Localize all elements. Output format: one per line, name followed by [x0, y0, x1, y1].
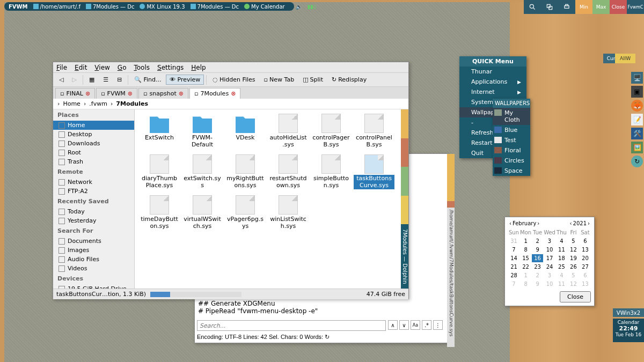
sidebar-item[interactable]: Yesterday — [53, 216, 134, 225]
cal-day[interactable]: 14 — [508, 254, 519, 262]
cal-day[interactable]: 11 — [556, 280, 567, 288]
file-item[interactable]: ExtSwitch — [138, 113, 181, 153]
tray-image-icon[interactable]: 🖼️ — [631, 142, 643, 153]
cal-day[interactable]: 31 — [508, 237, 519, 245]
fm-tab[interactable]: ▫ FINAL ⊗ — [55, 88, 95, 99]
sidebar-item[interactable]: Audio Files — [53, 255, 134, 264]
menu-go[interactable]: Go — [118, 64, 127, 71]
fm-tab[interactable]: ▫ FVWM ⊗ — [96, 88, 137, 99]
file-item[interactable]: VDesk — [224, 113, 267, 153]
cal-day[interactable]: 17 — [544, 254, 555, 262]
cal-close-button[interactable]: Close — [560, 291, 591, 302]
tray-tools-icon[interactable]: 🛠️ — [631, 128, 643, 139]
cal-day[interactable]: 9 — [532, 280, 543, 288]
submenu-item[interactable]: Blue — [493, 125, 530, 135]
cal-day[interactable]: 7 — [508, 246, 519, 254]
sidebar-item[interactable]: FTP:A2 — [53, 187, 134, 196]
tree-view-button[interactable]: ⊟ — [113, 75, 126, 85]
sidebar-item[interactable]: Network — [53, 178, 134, 187]
find-button[interactable]: 🔍 Find... — [130, 75, 165, 85]
sidebar-item[interactable]: Downloads — [53, 139, 134, 148]
split-button[interactable]: ◫ Split — [299, 75, 327, 85]
volume-icon[interactable]: 🔈 — [296, 4, 302, 10]
file-item[interactable]: extSwitch.sys — [181, 153, 224, 194]
cal-day[interactable]: 25 — [556, 263, 567, 271]
file-item[interactable]: taskButtonsCurve.sys — [353, 153, 396, 194]
file-item[interactable]: autoHideList.sys — [267, 113, 310, 153]
editor-up-button[interactable]: ∧ — [388, 320, 398, 330]
editor-down-button[interactable]: ∨ — [399, 320, 409, 330]
new-tab-button[interactable]: ▫ New Tab — [260, 75, 298, 85]
editor-content[interactable]: ## Generate XDGMenu # PipeRead "fvwm-men… — [198, 300, 318, 315]
fm-content[interactable]: ExtSwitchFVWM-DefaultVDeskautoHideList.s… — [135, 109, 401, 289]
cal-day[interactable]: 16 — [532, 254, 543, 262]
sidebar-item[interactable]: Home — [53, 121, 134, 130]
cal-day[interactable]: 5 — [568, 271, 579, 279]
cal-day[interactable]: 11 — [556, 246, 567, 254]
cal-day[interactable]: 12 — [568, 280, 579, 288]
editor-aa-button[interactable]: Aa — [411, 320, 420, 330]
taskbar-item-1[interactable]: 7Modules — Dc — [86, 4, 135, 10]
cal-day[interactable]: 24 — [544, 263, 555, 271]
submenu-item[interactable]: Space — [493, 166, 530, 176]
editor-search-input[interactable] — [197, 320, 386, 331]
fm-tab[interactable]: ▫ 7Modules ⊗ — [189, 88, 240, 99]
submenu-item[interactable]: Floral — [493, 145, 530, 156]
hidden-files-button[interactable]: ◌ Hidden Files — [209, 75, 259, 85]
cal-day[interactable]: 26 — [568, 263, 579, 271]
cal-day[interactable]: 27 — [580, 263, 591, 271]
tray-refresh-icon[interactable]: ↻ — [631, 156, 643, 167]
cal-prev-month[interactable]: ‹ — [508, 220, 513, 226]
menu-view[interactable]: View — [94, 64, 109, 71]
file-item[interactable]: controlPagerB.sys — [310, 113, 353, 153]
redisplay-button[interactable]: ↻ Redisplay — [328, 75, 370, 85]
file-item[interactable]: diaryThumbPlace.sys — [138, 153, 181, 194]
list-view-button[interactable]: ☰ — [99, 75, 112, 85]
sidebar-item[interactable]: Root — [53, 148, 134, 157]
cal-day[interactable]: 18 — [556, 254, 567, 262]
print-button[interactable] — [558, 0, 575, 14]
cal-next-month[interactable]: › — [536, 220, 540, 226]
file-item[interactable]: timeDayButton.sys — [138, 194, 181, 235]
sidebar-item[interactable]: Videos — [53, 264, 134, 273]
menu-item[interactable]: Internet▶ — [459, 87, 526, 97]
file-item[interactable]: FVWM-Default — [181, 113, 224, 153]
cal-day[interactable]: 1 — [520, 237, 531, 245]
cal-day[interactable]: 23 — [532, 263, 543, 271]
cal-day[interactable]: 15 — [520, 254, 531, 262]
tab-close-icon[interactable]: ⊗ — [179, 90, 184, 97]
back-button[interactable]: ◁ — [55, 75, 67, 85]
cal-day[interactable]: 21 — [508, 263, 519, 271]
submenu-item[interactable]: My Cloth — [493, 108, 530, 125]
tab-allw[interactable]: AllW — [615, 54, 635, 63]
search-button[interactable] — [524, 0, 541, 14]
tray-terminal-icon[interactable]: ▣ — [631, 86, 643, 98]
taskbar-item-2[interactable]: MX Linux 19.3 — [140, 4, 185, 10]
file-item[interactable]: controlPanelB.sys — [353, 113, 396, 153]
sidebar-item[interactable]: Today — [53, 207, 134, 216]
submenu-item[interactable]: Circles — [493, 156, 530, 166]
cal-day[interactable]: 4 — [556, 237, 567, 245]
cal-day[interactable]: 8 — [520, 246, 531, 254]
file-item[interactable]: restartShutdown.sys — [267, 153, 310, 194]
cal-day[interactable]: 8 — [520, 280, 531, 288]
fm-tab[interactable]: ▫ snapshot ⊗ — [138, 88, 188, 99]
network-icon[interactable]: ▮▮▯ — [308, 4, 317, 10]
cal-day[interactable]: 6 — [580, 271, 591, 279]
cal-day[interactable]: 3 — [544, 237, 555, 245]
cal-day[interactable]: 2 — [532, 271, 543, 279]
menu-item[interactable]: Thunar — [459, 67, 526, 77]
cal-prev-year[interactable]: ‹ — [569, 220, 573, 226]
cal-day[interactable]: 13 — [580, 246, 591, 254]
cal-day[interactable]: 9 — [532, 246, 543, 254]
menu-edit[interactable]: Edit — [75, 64, 87, 71]
bc-home[interactable]: Home — [63, 100, 80, 107]
tab-close-icon[interactable]: ⊗ — [85, 90, 90, 97]
maximize-button[interactable]: Max — [592, 0, 610, 14]
file-item[interactable]: myRightButtons.sys — [224, 153, 267, 194]
cal-day[interactable]: 7 — [508, 280, 519, 288]
icons-view-button[interactable]: ▦ — [85, 75, 98, 85]
tab-close-icon[interactable]: ⊗ — [231, 90, 236, 97]
close-button[interactable]: Close — [610, 0, 627, 14]
submenu-item[interactable]: Test — [493, 135, 530, 145]
